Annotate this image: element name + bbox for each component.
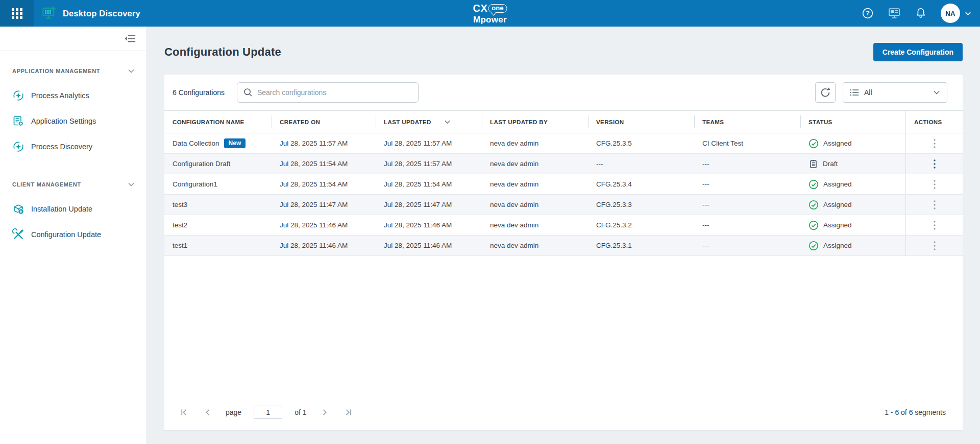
- kebab-menu-icon: [933, 159, 936, 169]
- header-actions: ? NA: [862, 0, 972, 27]
- app-header: Desktop Discovery CX one Mpower ?: [0, 0, 980, 27]
- collapse-sidebar-icon: [125, 33, 136, 44]
- status-filter-dropdown[interactable]: All: [843, 82, 947, 103]
- column-header-last-updated-by[interactable]: LAST UPDATED BY: [482, 111, 588, 133]
- app-title: Desktop Discovery: [63, 9, 140, 18]
- config-name: test2: [164, 215, 272, 235]
- column-header-configuration-name[interactable]: CONFIGURATION NAME: [164, 111, 272, 133]
- notifications-button[interactable]: [915, 7, 927, 19]
- row-actions-menu-button[interactable]: [929, 136, 940, 151]
- section-header-application-management[interactable]: APPLICATION MANAGEMENT: [0, 65, 146, 77]
- section-header-client-management[interactable]: CLIENT MANAGEMENT: [0, 179, 146, 190]
- page: Desktop Discovery CX one Mpower ?: [0, 0, 980, 444]
- refresh-icon: [820, 87, 831, 98]
- training-button[interactable]: [888, 7, 901, 20]
- chevron-down-icon: [127, 180, 135, 189]
- presentation-screen-icon: [888, 7, 901, 20]
- created-on-cell: Jul 28, 2025 11:46 AM: [272, 236, 376, 255]
- apps-grid-icon: [12, 8, 22, 19]
- page-title: Configuration Update: [164, 45, 281, 59]
- assigned-check-icon: [808, 200, 819, 210]
- sidebar-item-process-analytics[interactable]: Process Analytics: [0, 83, 146, 108]
- previous-page-button[interactable]: [202, 407, 213, 418]
- chevron-down-icon: [933, 88, 941, 97]
- configurations-table: CONFIGURATION NAME CREATED ON LAST UPDAT…: [164, 110, 963, 256]
- user-menu-button[interactable]: NA: [941, 4, 972, 23]
- sidebar-item-configuration-update[interactable]: Configuration Update: [0, 222, 146, 247]
- table-row[interactable]: test1 Jul 28, 2025 11:46 AM Jul 28, 2025…: [164, 236, 963, 256]
- kebab-menu-icon: [933, 179, 936, 190]
- config-name: Configuration Draft: [164, 154, 272, 174]
- table-row[interactable]: Data CollectionNew Jul 28, 2025 11:57 AM…: [164, 133, 963, 154]
- status-label: Assigned: [823, 180, 852, 188]
- config-name: Data Collection: [173, 139, 219, 147]
- app-launcher-button[interactable]: [0, 0, 34, 27]
- version-cell: CFG.25.3.3: [588, 195, 694, 215]
- last-updated-by-cell: neva dev admin: [482, 133, 588, 153]
- pagination-bar: page of 1 1 - 6 of 6 segments: [164, 398, 963, 430]
- search-icon: [243, 88, 253, 97]
- row-actions-menu-button[interactable]: [929, 198, 940, 212]
- kebab-menu-icon: [933, 138, 936, 149]
- status-cell: Draft: [800, 154, 905, 174]
- last-updated-by-cell: neva dev admin: [482, 236, 588, 255]
- main-content: Configuration Update Create Configuratio…: [148, 27, 980, 444]
- assigned-check-icon: [808, 241, 819, 251]
- first-page-button[interactable]: [179, 407, 190, 418]
- sidebar-item-application-settings[interactable]: Application Settings: [0, 108, 146, 134]
- search-input[interactable]: [257, 88, 413, 97]
- configurations-count: 6 Configurations: [173, 88, 225, 97]
- filter-selected-value: All: [864, 88, 872, 97]
- collapse-sidebar-button[interactable]: [125, 33, 136, 44]
- sidebar: APPLICATION MANAGEMENT Process Analytics: [0, 27, 147, 444]
- desktop-discovery-app-icon: [42, 6, 57, 21]
- table-row[interactable]: test2 Jul 28, 2025 11:46 AM Jul 28, 2025…: [164, 215, 963, 236]
- config-name: test3: [164, 195, 272, 215]
- table-header-row: CONFIGURATION NAME CREATED ON LAST UPDAT…: [164, 110, 963, 133]
- page-label: page: [226, 408, 241, 416]
- last-updated-by-cell: neva dev admin: [482, 215, 588, 235]
- last-page-button[interactable]: [342, 407, 354, 418]
- column-header-actions: ACTIONS: [905, 111, 963, 133]
- next-page-button[interactable]: [319, 407, 330, 418]
- row-actions-menu-button[interactable]: [929, 239, 940, 253]
- sidebar-section-client-management: CLIENT MANAGEMENT Installation Update: [0, 179, 146, 247]
- column-header-teams[interactable]: TEAMS: [694, 111, 800, 133]
- table-row[interactable]: test3 Jul 28, 2025 11:47 AM Jul 28, 2025…: [164, 195, 963, 215]
- column-header-status[interactable]: STATUS: [800, 111, 905, 133]
- avatar: NA: [941, 4, 960, 23]
- status-cell: Assigned: [800, 236, 905, 255]
- list-filter-icon: [849, 87, 860, 98]
- last-updated-cell: Jul 28, 2025 11:57 AM: [376, 154, 482, 174]
- cxone-mpower-logo: CX one Mpower: [473, 3, 507, 25]
- created-on-cell: Jul 28, 2025 11:57 AM: [272, 133, 376, 153]
- table-row[interactable]: Configuration Draft Jul 28, 2025 11:54 A…: [164, 154, 963, 174]
- row-actions-menu-button[interactable]: [929, 177, 940, 192]
- version-cell: CFG.25.3.4: [588, 174, 694, 194]
- table-toolbar: 6 Configurations: [164, 75, 963, 110]
- refresh-button[interactable]: [815, 82, 836, 103]
- create-configuration-button[interactable]: Create Configuration: [873, 43, 963, 61]
- assigned-check-icon: [808, 138, 819, 149]
- row-actions-menu-button[interactable]: [929, 218, 940, 232]
- kebab-menu-icon: [933, 200, 936, 210]
- row-actions-menu-button[interactable]: [929, 157, 940, 171]
- last-updated-cell: Jul 28, 2025 11:47 AM: [376, 195, 482, 215]
- sidebar-item-process-discovery[interactable]: Process Discovery: [0, 134, 146, 159]
- column-header-version[interactable]: VERSION: [588, 111, 694, 133]
- table-row[interactable]: Configuration1 Jul 28, 2025 11:54 AM Jul…: [164, 174, 963, 195]
- column-header-created-on[interactable]: CREATED ON: [272, 111, 376, 133]
- page-number-input[interactable]: [254, 406, 282, 419]
- sidebar-item-installation-update[interactable]: Installation Update: [0, 196, 146, 222]
- draft-document-icon: [808, 159, 818, 169]
- teams-cell: ---: [694, 236, 800, 255]
- status-cell: Assigned: [800, 195, 905, 215]
- help-button[interactable]: ?: [862, 7, 874, 19]
- status-label: Assigned: [823, 242, 852, 249]
- sort-descending-icon[interactable]: [444, 118, 451, 126]
- teams-cell: ---: [694, 154, 800, 174]
- column-header-last-updated[interactable]: LAST UPDATED: [376, 111, 482, 133]
- created-on-cell: Jul 28, 2025 11:54 AM: [272, 174, 376, 194]
- sidebar-section-application-management: APPLICATION MANAGEMENT Process Analytics: [0, 65, 146, 159]
- page-count-label: of 1: [295, 408, 306, 416]
